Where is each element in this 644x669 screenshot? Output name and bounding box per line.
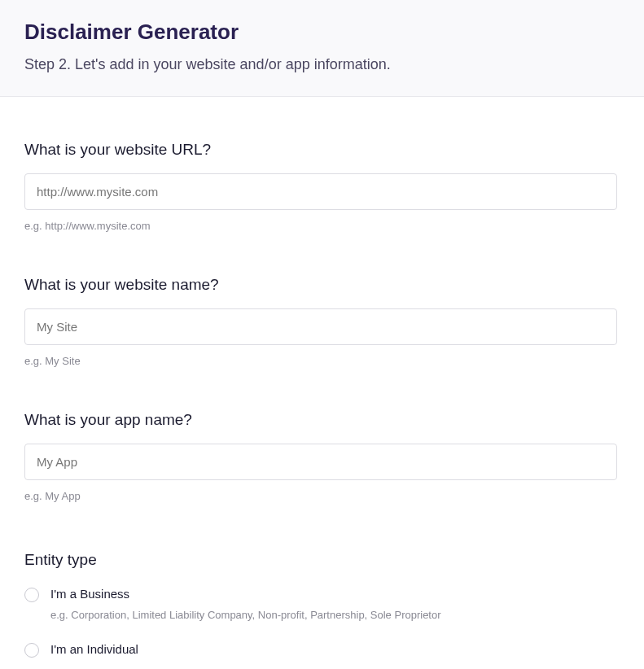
website-name-input[interactable] (24, 308, 617, 345)
website-url-label: What is your website URL? (24, 141, 620, 159)
website-url-input[interactable] (24, 173, 617, 210)
app-name-group: What is your app name? e.g. My App (24, 411, 620, 502)
radio-icon[interactable] (24, 643, 39, 658)
form-content: What is your website URL? e.g. http://ww… (0, 141, 644, 658)
entity-business-hint: e.g. Corporation, Limited Liability Comp… (50, 609, 441, 621)
app-name-input[interactable] (24, 444, 617, 480)
entity-business-label[interactable]: I'm a Business (50, 587, 441, 601)
radio-icon[interactable] (24, 588, 39, 602)
page-subtitle: Step 2. Let's add in your website and/or… (24, 56, 620, 73)
entity-individual-label[interactable]: I'm an Individual (50, 642, 138, 656)
website-name-group: What is your website name? e.g. My Site (24, 276, 620, 367)
entity-option-business[interactable]: I'm a Business e.g. Corporation, Limited… (24, 587, 620, 634)
app-name-label: What is your app name? (24, 411, 620, 429)
entity-option-individual[interactable]: I'm an Individual (24, 642, 620, 658)
app-name-hint: e.g. My App (24, 490, 620, 502)
website-name-hint: e.g. My Site (24, 355, 620, 367)
website-name-label: What is your website name? (24, 276, 620, 294)
page-header: Disclaimer Generator Step 2. Let's add i… (0, 0, 644, 97)
entity-type-group: Entity type I'm a Business e.g. Corporat… (24, 551, 620, 658)
page-title: Disclaimer Generator (24, 20, 620, 45)
website-url-group: What is your website URL? e.g. http://ww… (24, 141, 620, 232)
website-url-hint: e.g. http://www.mysite.com (24, 220, 620, 232)
entity-type-label: Entity type (24, 551, 620, 569)
radio-text-wrap: I'm an Individual (50, 642, 138, 656)
radio-text-wrap: I'm a Business e.g. Corporation, Limited… (50, 587, 441, 634)
